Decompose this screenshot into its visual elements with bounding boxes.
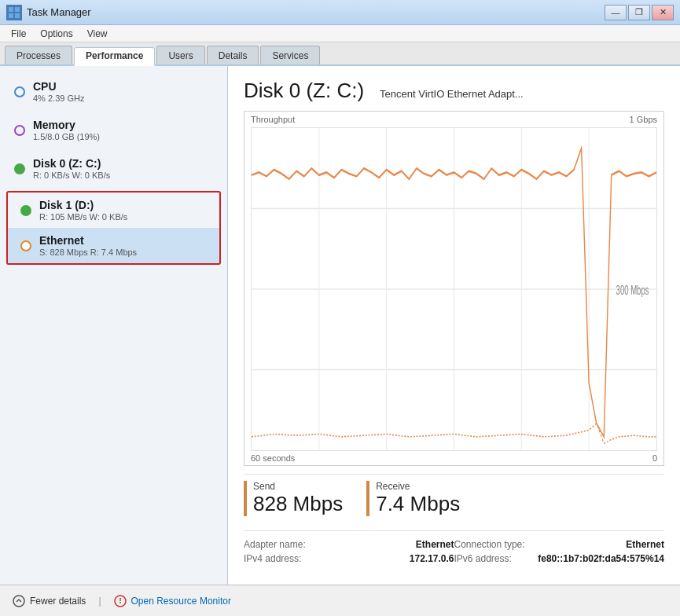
panel-title: Disk 0 (Z: C:)	[244, 79, 364, 103]
close-button[interactable]: ✕	[652, 5, 674, 20]
svg-rect-2	[9, 13, 13, 18]
sidebar-item-disk0[interactable]: Disk 0 (Z: C:) R: 0 KB/s W: 0 KB/s	[0, 149, 227, 188]
svg-point-14	[13, 596, 24, 607]
main-content: CPU 4% 2.39 GHz Memory 1.5/8.0 GB (19%) …	[0, 66, 680, 585]
detail-ipv4: IPv4 address: 172.17.0.6	[244, 552, 454, 566]
graph-time-right: 0	[652, 453, 657, 463]
receive-label: Receive	[376, 481, 460, 492]
send-value: 828 Mbps	[253, 492, 343, 516]
sidebar-item-disk1[interactable]: Disk 1 (D:) R: 105 MB/s W: 0 KB/s	[8, 192, 219, 228]
tab-services[interactable]: Services	[260, 46, 320, 64]
adapter-name-val: Ethernet	[416, 539, 454, 550]
disk0-name: Disk 0 (Z: C:)	[33, 157, 110, 170]
disk1-detail: R: 105 MB/s W: 0 KB/s	[39, 212, 127, 222]
disk1-name: Disk 1 (D:)	[39, 199, 127, 211]
ipv4-key: IPv4 address:	[244, 553, 301, 564]
tab-performance[interactable]: Performance	[74, 47, 155, 66]
fewer-details-label: Fewer details	[30, 596, 86, 607]
red-border-group: Disk 1 (D:) R: 105 MB/s W: 0 KB/s Ethern…	[6, 191, 221, 265]
sidebar-item-ethernet[interactable]: Ethernet S: 828 Mbps R: 7.4 Mbps	[8, 228, 219, 263]
panel-subtitle: Tencent VirtIO Ethernet Adapt...	[380, 88, 524, 100]
menu-options[interactable]: Options	[34, 27, 79, 41]
window-controls: — ❐ ✕	[605, 5, 674, 20]
resource-monitor-icon	[114, 595, 127, 607]
connection-type-key: Connection type:	[454, 539, 525, 550]
ethernet-name: Ethernet	[39, 234, 137, 247]
disk1-info: Disk 1 (D:) R: 105 MB/s W: 0 KB/s	[39, 199, 127, 222]
connection-type-val: Ethernet	[626, 539, 664, 550]
chart-svg: 300 Mbps	[252, 128, 656, 450]
minimize-button[interactable]: —	[605, 5, 627, 20]
cpu-info: CPU 4% 2.39 GHz	[33, 80, 84, 103]
graph-area: 300 Mbps	[251, 127, 657, 451]
bottom-divider: |	[98, 596, 101, 607]
receive-stat: Receive 7.4 Mbps	[366, 481, 460, 516]
graph-label: Throughput	[251, 115, 295, 124]
memory-detail: 1.5/8.0 GB (19%)	[33, 132, 100, 141]
detail-ipv6: IPv6 address: fe80::1b7:b02f:da54:575%14	[454, 552, 665, 566]
cpu-detail: 4% 2.39 GHz	[33, 94, 84, 103]
fewer-details-button[interactable]: Fewer details	[13, 595, 86, 607]
sidebar-item-cpu[interactable]: CPU 4% 2.39 GHz	[0, 72, 227, 111]
detail-adapter-name: Adapter name: Ethernet	[244, 537, 454, 552]
svg-rect-0	[9, 7, 13, 12]
sidebar: CPU 4% 2.39 GHz Memory 1.5/8.0 GB (19%) …	[0, 66, 228, 585]
memory-name: Memory	[33, 119, 100, 131]
graph-header: Throughput 1 Gbps	[244, 112, 663, 127]
ethernet-info: Ethernet S: 828 Mbps R: 7.4 Mbps	[39, 234, 137, 257]
memory-info: Memory 1.5/8.0 GB (19%)	[33, 119, 100, 141]
adapter-name-key: Adapter name:	[244, 539, 306, 550]
tab-details[interactable]: Details	[207, 46, 259, 64]
svg-rect-1	[15, 7, 20, 12]
cpu-dot	[14, 86, 25, 97]
graph-max: 1 Gbps	[630, 115, 657, 124]
menu-bar: File Options View	[0, 25, 680, 42]
app-icon	[6, 5, 22, 20]
graph-footer: 60 seconds 0	[244, 451, 663, 465]
tab-bar: Processes Performance Users Details Serv…	[0, 42, 680, 66]
details-grid: Adapter name: Ethernet Connection type: …	[244, 530, 664, 572]
window-title: Task Manager	[27, 6, 91, 18]
open-resource-monitor-button[interactable]: Open Resource Monitor	[114, 595, 231, 607]
open-resource-monitor-label[interactable]: Open Resource Monitor	[131, 596, 231, 607]
ipv6-key: IPv6 address:	[454, 553, 512, 564]
panel-header: Disk 0 (Z: C:) Tencent VirtIO Ethernet A…	[244, 79, 664, 103]
sidebar-item-memory[interactable]: Memory 1.5/8.0 GB (19%)	[0, 111, 227, 149]
ipv6-val: fe80::1b7:b02f:da54:575%14	[538, 553, 664, 564]
graph-container: Throughput 1 Gbps	[244, 111, 664, 466]
disk0-dot	[14, 163, 25, 174]
receive-value: 7.4 Mbps	[376, 492, 460, 516]
restore-button[interactable]: ❐	[628, 5, 650, 20]
menu-file[interactable]: File	[5, 27, 32, 41]
send-label: Send	[253, 481, 343, 492]
disk1-dot	[20, 205, 31, 216]
title-bar: Task Manager — ❐ ✕	[0, 0, 680, 25]
disk0-detail: R: 0 KB/s W: 0 KB/s	[33, 170, 110, 180]
title-bar-left: Task Manager	[6, 5, 91, 20]
send-stat: Send 828 Mbps	[244, 481, 343, 516]
detail-connection-type: Connection type: Ethernet	[454, 537, 665, 552]
right-panel: Disk 0 (Z: C:) Tencent VirtIO Ethernet A…	[228, 66, 680, 585]
graph-time-left: 60 seconds	[251, 453, 295, 463]
stats-row: Send 828 Mbps Receive 7.4 Mbps	[244, 474, 664, 522]
svg-point-17	[119, 602, 121, 603]
menu-view[interactable]: View	[81, 27, 114, 41]
svg-text:300 Mbps: 300 Mbps	[616, 282, 649, 298]
memory-dot	[14, 125, 25, 136]
bottom-bar: Fewer details | Open Resource Monitor	[0, 585, 680, 616]
disk0-info: Disk 0 (Z: C:) R: 0 KB/s W: 0 KB/s	[33, 157, 110, 180]
ethernet-dot	[20, 240, 31, 251]
tab-processes[interactable]: Processes	[5, 46, 72, 64]
tab-users[interactable]: Users	[156, 46, 204, 64]
cpu-name: CPU	[33, 80, 84, 93]
fewer-details-icon	[13, 595, 25, 607]
ethernet-detail: S: 828 Mbps R: 7.4 Mbps	[39, 248, 137, 257]
svg-rect-3	[15, 13, 20, 18]
ipv4-val: 172.17.0.6	[410, 553, 454, 564]
